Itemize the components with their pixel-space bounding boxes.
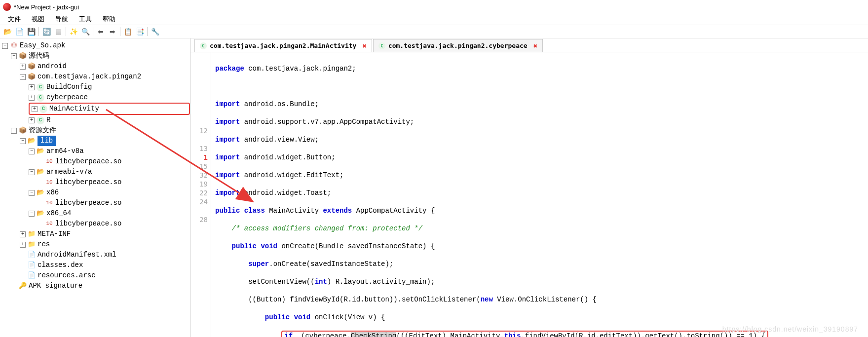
forward-icon[interactable]: ➡	[107, 26, 118, 37]
sync-icon[interactable]: 🔄	[41, 26, 52, 37]
tree-so-file[interactable]: 10libcyberpeace.so	[38, 219, 190, 229]
tree-apk-signature[interactable]: 🔑APK signature	[11, 281, 190, 291]
toolbar-separator	[66, 27, 66, 36]
window-title: *New Project - jadx-gui	[14, 3, 79, 11]
tab-cyberpeace[interactable]: Ccom.testjava.jack.pingan2.cyberpeace✖	[373, 39, 543, 52]
new-icon[interactable]: 📄	[14, 26, 25, 37]
close-tab-icon[interactable]: ✖	[362, 42, 366, 50]
line-gutter: 12131153219222428	[190, 52, 211, 337]
highlighted-condition: if (cyberpeace.CheckString(((EditText) M…	[281, 331, 768, 337]
tree-metainf[interactable]: +📁META-INF	[20, 229, 190, 239]
menu-nav[interactable]: 导航	[50, 14, 73, 25]
menu-bar: 文件 视图 导航 工具 帮助	[0, 14, 868, 25]
toolbar-separator	[147, 27, 148, 36]
save-all-icon[interactable]: 💾	[26, 26, 37, 37]
tree-root[interactable]: −⛁Easy_So.apk	[2, 40, 190, 51]
tree-package[interactable]: −📦com.testjava.jack.pingan2	[20, 72, 190, 82]
deobf-icon[interactable]: 📋	[122, 26, 133, 37]
tree-buildconfig[interactable]: +CBuildConfig	[29, 82, 190, 92]
app-logo-icon	[3, 3, 11, 11]
tree-res-dir[interactable]: +📁res	[20, 239, 190, 250]
log-icon[interactable]: 📑	[134, 26, 145, 37]
close-tab-icon[interactable]: ✖	[533, 42, 537, 50]
editor-area: Ccom.testjava.jack.pingan2.MainActivity✖…	[190, 38, 868, 337]
open-file-icon[interactable]: 📂	[2, 26, 13, 37]
tree-arsc[interactable]: 📄resources.arsc	[20, 270, 190, 281]
menu-help[interactable]: 帮助	[98, 14, 120, 25]
class-icon: C	[378, 42, 385, 49]
menu-tools[interactable]: 工具	[74, 14, 97, 25]
toolbar-separator	[93, 27, 93, 36]
tree-armeabi[interactable]: −📂armeabi-v7a	[29, 167, 190, 177]
watermark: https://blog.csdn.net/weixin_39190897	[722, 325, 858, 333]
tree-android[interactable]: +📦android	[20, 61, 190, 72]
editor-tabs: Ccom.testjava.jack.pingan2.MainActivity✖…	[190, 38, 868, 52]
tree-so-file[interactable]: 10libcyberpeace.so	[38, 198, 190, 208]
tree-manifest[interactable]: 📄AndroidManifest.xml	[20, 250, 190, 260]
tree-so-file[interactable]: 10libcyberpeace.so	[38, 177, 190, 187]
tree-resources[interactable]: −📦资源文件	[11, 125, 190, 136]
wand-icon[interactable]: ✨	[68, 26, 79, 37]
toolbar-separator	[38, 27, 39, 36]
settings-icon[interactable]: 🔧	[150, 26, 160, 37]
tree-source[interactable]: −📦源代码	[11, 51, 190, 61]
tree-x86-64[interactable]: −📂x86_64	[29, 208, 190, 219]
back-icon[interactable]: ⬅	[95, 26, 106, 37]
tab-mainactivity[interactable]: Ccom.testjava.jack.pingan2.MainActivity✖	[194, 39, 372, 52]
tree-cyberpeace[interactable]: +Ccyberpeace	[29, 92, 190, 103]
menu-file[interactable]: 文件	[3, 14, 26, 25]
tree-dex[interactable]: 📄classes.dex	[20, 260, 190, 270]
project-tree[interactable]: −⛁Easy_So.apk −📦源代码 +📦android −📦com.test…	[0, 38, 190, 337]
menu-view[interactable]: 视图	[27, 14, 49, 25]
tree-mainactivity[interactable]: +CMainActivity	[29, 103, 190, 115]
tree-x86[interactable]: −📂x86	[29, 187, 190, 198]
toolbar-separator	[120, 27, 120, 36]
title-bar: *New Project - jadx-gui	[0, 0, 868, 14]
code-editor[interactable]: package com.testjava.jack.pingan2; impor…	[211, 52, 868, 337]
tree-so-file[interactable]: 10libcyberpeace.so	[38, 156, 190, 167]
tree-r-class[interactable]: +CR	[29, 115, 190, 125]
toolbar: 📂 📄 💾 🔄 ▦ ✨ 🔍 ⬅ ➡ 📋 📑 🔧	[0, 25, 868, 38]
tree-lib[interactable]: −📂lib	[20, 136, 190, 146]
grid-icon[interactable]: ▦	[53, 26, 64, 37]
class-icon: C	[200, 42, 207, 49]
tree-arm64[interactable]: −📂arm64-v8a	[29, 146, 190, 156]
search-icon[interactable]: 🔍	[80, 26, 91, 37]
